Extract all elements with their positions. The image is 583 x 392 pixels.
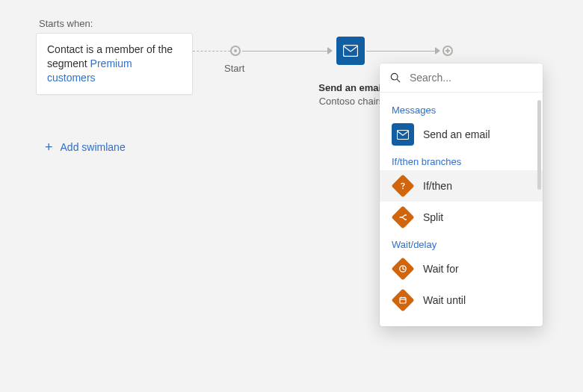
trigger-card[interactable]: Contact is a member of the segment Premi…	[36, 33, 193, 95]
add-swimlane-button[interactable]: + Add swimlane	[45, 140, 126, 154]
send-email-title: Send an email	[314, 82, 389, 93]
section-wait: Wait/delay	[380, 233, 543, 253]
menu-item-wait-for[interactable]: Wait for	[380, 253, 543, 284]
svg-line-2	[397, 79, 400, 82]
svg-point-5	[405, 214, 407, 216]
popup-body: Messages Send an email If/then branches …	[380, 93, 543, 326]
search-icon	[390, 72, 401, 84]
svg-rect-0	[344, 46, 358, 57]
action-picker-popup: Messages Send an email If/then branches …	[380, 63, 543, 326]
menu-item-label: Send an email	[423, 128, 490, 140]
connector-2	[366, 51, 438, 52]
scrollbar[interactable]	[537, 100, 541, 190]
question-icon	[391, 174, 414, 197]
section-branches: If/then branches	[380, 150, 543, 170]
menu-item-wait-until[interactable]: Wait until	[380, 284, 543, 316]
send-email-subtitle: Contoso chairs	[314, 96, 389, 107]
add-swimlane-label: Add swimlane	[61, 141, 126, 153]
start-node[interactable]	[230, 46, 241, 56]
start-node-label: Start	[224, 63, 244, 74]
svg-point-6	[405, 219, 407, 220]
svg-point-1	[391, 73, 398, 80]
calendar-icon	[391, 288, 414, 311]
menu-item-split[interactable]: Split	[380, 202, 543, 233]
clock-icon	[391, 257, 414, 280]
section-messages: Messages	[380, 99, 543, 119]
svg-rect-8	[400, 298, 406, 304]
connector-1	[242, 51, 330, 52]
search-input[interactable]	[408, 71, 532, 84]
connector-dashed	[193, 51, 230, 52]
mail-icon	[392, 123, 414, 146]
add-step-node[interactable]	[442, 46, 453, 56]
send-email-node[interactable]	[336, 37, 365, 65]
split-icon	[391, 205, 414, 228]
arrow-icon	[435, 47, 440, 55]
starts-when-label: Starts when:	[39, 18, 93, 29]
mail-icon	[343, 45, 358, 57]
svg-rect-3	[397, 130, 408, 139]
menu-item-label: Split	[423, 211, 443, 223]
plus-icon: +	[45, 140, 53, 154]
svg-point-4	[402, 187, 404, 189]
menu-item-if-then[interactable]: If/then	[380, 170, 543, 202]
arrow-icon	[327, 47, 333, 55]
search-row	[380, 63, 543, 93]
menu-item-label: Wait for	[423, 263, 459, 275]
menu-item-label: If/then	[423, 180, 452, 192]
menu-item-label: Wait until	[423, 294, 466, 306]
menu-item-send-email[interactable]: Send an email	[380, 119, 543, 150]
